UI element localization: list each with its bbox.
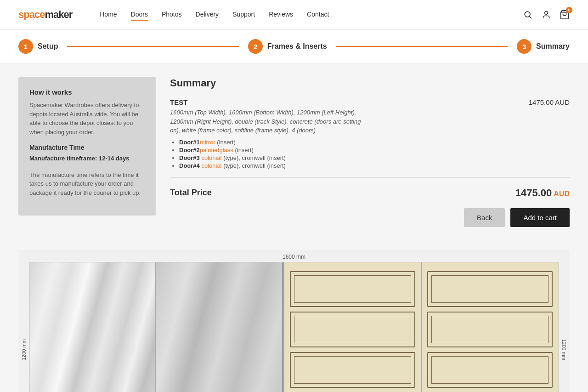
how-it-works-desc: Spacemaker Wardrobes offers delivery to … bbox=[29, 101, 145, 136]
back-button[interactable]: Back bbox=[464, 208, 505, 227]
step-2[interactable]: 2 Frames & Inserts bbox=[248, 39, 327, 54]
dim-left: 1200 mm bbox=[18, 262, 29, 392]
colonial-panel-3-2 bbox=[290, 312, 415, 347]
brand-name: spacemaker bbox=[18, 9, 72, 21]
step-1-number: 1 bbox=[18, 39, 33, 54]
colonial-panel-3-1 bbox=[290, 271, 415, 307]
header-icons: 0 bbox=[523, 10, 570, 20]
manufacture-time-desc: The manufacture time refers to the time … bbox=[29, 170, 145, 198]
main-nav: Home Doors Photos Delivery Support Revie… bbox=[100, 9, 523, 21]
how-it-works-title: How it works bbox=[29, 88, 145, 96]
mirror-door-panel bbox=[30, 262, 156, 392]
svg-point-0 bbox=[525, 11, 530, 17]
colonial-door-3 bbox=[283, 262, 421, 392]
door-1: Door#1mirror (insert) bbox=[179, 139, 363, 146]
colonial-panel-3-3 bbox=[290, 352, 415, 388]
step-3-number: 3 bbox=[517, 39, 531, 54]
main-content: How it works Spacemaker Wardrobes offers… bbox=[0, 63, 588, 241]
colonial-door-4 bbox=[421, 262, 558, 392]
order-item: TEST 1600mm (Top Width), 1600mm (Bottom … bbox=[170, 98, 570, 170]
door-list: Door#1mirror (insert) Door#2paintedglass… bbox=[179, 139, 363, 169]
cart-badge: 0 bbox=[566, 7, 572, 13]
summary-title: Summary bbox=[170, 77, 570, 89]
nav-doors[interactable]: Doors bbox=[131, 9, 148, 21]
total-price: 1475.00AUD bbox=[515, 187, 570, 199]
nav-support[interactable]: Support bbox=[232, 9, 255, 21]
painted-door-panel bbox=[156, 262, 283, 392]
info-card: How it works Spacemaker Wardrobes offers… bbox=[18, 77, 156, 216]
logo[interactable]: spacemaker bbox=[18, 9, 72, 21]
colonial-panel-4-1 bbox=[427, 271, 553, 307]
dimension-top: 1600 mm bbox=[18, 250, 570, 262]
total-row: Total Price 1475.00AUD bbox=[170, 187, 570, 199]
nav-photos[interactable]: Photos bbox=[162, 9, 182, 21]
cart-icon[interactable]: 0 bbox=[560, 10, 570, 20]
add-to-cart-button[interactable]: Add to cart bbox=[510, 208, 570, 227]
step-2-label: Frames & Inserts bbox=[267, 42, 327, 51]
nav-contact[interactable]: Contact bbox=[307, 9, 329, 21]
progress-bar: 1 Setup 2 Frames & Inserts 3 Summary bbox=[0, 30, 588, 63]
door-preview-inner: 1200 mm bbox=[18, 262, 570, 392]
nav-delivery[interactable]: Delivery bbox=[196, 9, 219, 21]
colonial-panel-4-3 bbox=[427, 352, 553, 388]
total-label: Total Price bbox=[170, 188, 212, 198]
step-line-1 bbox=[67, 46, 238, 47]
button-row: Back Add to cart bbox=[170, 208, 570, 227]
order-item-details: 1600mm (Top Width), 1600mm (Bottom Width… bbox=[170, 108, 363, 135]
manufacture-time-title: Manufacture Time bbox=[29, 144, 145, 151]
header: spacemaker Home Doors Photos Delivery Su… bbox=[0, 0, 588, 30]
step-1-label: Setup bbox=[38, 42, 58, 51]
svg-line-1 bbox=[530, 17, 531, 18]
step-2-number: 2 bbox=[248, 39, 263, 54]
order-item-info: TEST 1600mm (Top Width), 1600mm (Bottom … bbox=[170, 98, 363, 170]
nav-home[interactable]: Home bbox=[100, 9, 117, 21]
step-line-2 bbox=[336, 46, 508, 47]
step-1[interactable]: 1 Setup bbox=[18, 39, 58, 54]
svg-point-2 bbox=[545, 11, 548, 15]
dim-right: 1200 mm bbox=[559, 262, 570, 392]
right-panel: Summary TEST 1600mm (Top Width), 1600mm … bbox=[170, 77, 570, 227]
order-item-name: TEST bbox=[170, 98, 363, 106]
step-3-label: Summary bbox=[536, 42, 570, 51]
divider bbox=[170, 177, 570, 178]
account-icon[interactable] bbox=[541, 10, 551, 20]
door-preview-container: 1600 mm 1200 mm bbox=[18, 250, 570, 392]
timeframe-label: Manufacture timeframe: 12-14 days bbox=[29, 154, 145, 163]
search-icon[interactable] bbox=[523, 10, 533, 20]
order-item-price: 1475.00 AUD bbox=[529, 98, 570, 106]
nav-reviews[interactable]: Reviews bbox=[269, 9, 293, 21]
door-3: Door#3 colonial (type), cromwell (insert… bbox=[179, 154, 363, 161]
door-4: Door#4 colonial (type), cromwell (insert… bbox=[179, 162, 363, 169]
step-3[interactable]: 3 Summary bbox=[517, 39, 570, 54]
doors-area bbox=[29, 262, 559, 392]
colonial-panel-4-2 bbox=[427, 312, 553, 347]
left-panel: How it works Spacemaker Wardrobes offers… bbox=[18, 77, 156, 227]
door-2: Door#2paintedglass (insert) bbox=[179, 147, 363, 153]
